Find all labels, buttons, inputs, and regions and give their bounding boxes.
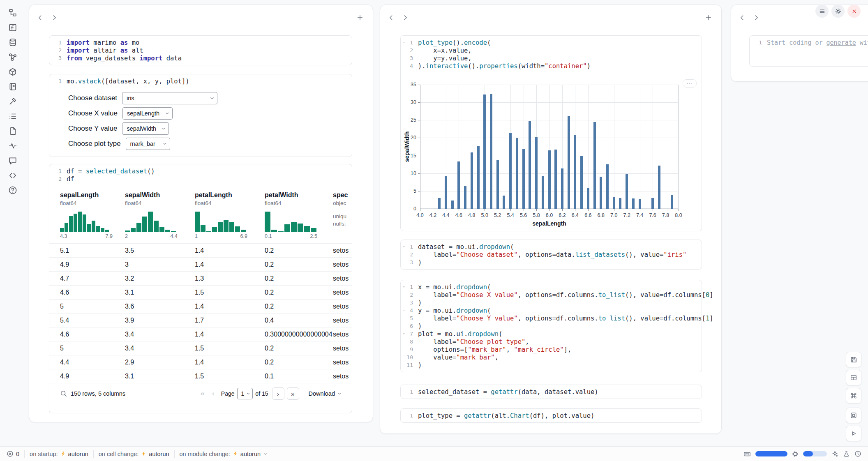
table-footer: 150 rows, 5 columns « ‹ Page 1 of 15 › »… (49, 383, 352, 404)
column-expand-right-icon[interactable] (51, 14, 58, 21)
column-collapse-left-icon[interactable] (37, 14, 44, 21)
dropdown-choose-y-value[interactable]: sepalWidth (122, 122, 169, 135)
table-cell: 1.5 (195, 345, 265, 352)
table-row[interactable]: 4.931.40.2setos (49, 257, 352, 271)
cpu-meter (755, 451, 787, 456)
command-palette-button[interactable] (846, 388, 861, 403)
fold-marker[interactable]: ▾ (403, 285, 405, 289)
gridline (666, 85, 666, 209)
lightning-bolt-icon (60, 451, 66, 456)
table-row[interactable]: 53.61.40.2setos (49, 299, 352, 313)
utilities-icon[interactable] (8, 97, 17, 106)
column-collapse-left-icon[interactable] (739, 14, 746, 21)
altair-bar-chart[interactable]: ⋯ sepalLength sepalWidth 4.04.24.44.64.8… (401, 79, 702, 228)
snippets-icon[interactable] (8, 171, 17, 180)
code-editor[interactable]: ▾1x = mo.ui.dropdown(2 label="Choose X v… (401, 280, 702, 372)
last-page-button[interactable]: » (287, 387, 299, 400)
fold-marker[interactable]: ▾ (403, 332, 405, 336)
column-header-petalWidth[interactable]: petalWidthfloat640.12.5 (265, 191, 333, 239)
add-cell-button[interactable] (356, 14, 364, 21)
column-range: 4.37.9 (60, 233, 113, 239)
prev-page-button[interactable]: ‹ (208, 390, 219, 398)
generate-with-ai-link[interactable]: generate (826, 39, 856, 46)
table-row[interactable]: 5.43.91.70.4setos (49, 313, 352, 327)
x-tick (472, 209, 472, 211)
column-header-spec[interactable]: specobjecuniqunulls: (333, 191, 352, 239)
functions-icon[interactable] (8, 23, 17, 32)
autorun-config-item[interactable]: on cell change:autorun (99, 451, 169, 457)
table-row[interactable]: 5.13.51.40.2setos (49, 243, 352, 257)
fold-marker[interactable]: ▾ (403, 244, 405, 249)
table-cell: 0.2 (265, 303, 333, 310)
column-collapse-left-icon[interactable] (388, 14, 395, 21)
package-icon[interactable] (8, 67, 17, 76)
histogram-bar (92, 221, 95, 232)
chat-icon[interactable] (8, 156, 17, 165)
outline-icon[interactable] (8, 112, 17, 121)
code-editor[interactable]: 1selected_dataset = getattr(data, datase… (401, 385, 702, 399)
column-expand-right-icon[interactable] (402, 14, 409, 21)
table-row[interactable]: 4.63.11.50.2setos (49, 285, 352, 299)
errors-indicator[interactable]: 0 (7, 450, 19, 457)
file-tree-icon[interactable] (8, 8, 17, 17)
activity-icon[interactable] (8, 141, 17, 150)
table-row[interactable]: 53.41.50.2setos (49, 341, 352, 355)
run-all-button[interactable] (846, 426, 861, 441)
fold-marker[interactable]: ▾ (403, 308, 405, 312)
settings-button[interactable] (831, 5, 845, 18)
autorun-config-item[interactable]: on module change:autorun (180, 451, 268, 457)
code-editor[interactable]: ▾1plot_type().encode(2 x=x.value,3 y=y.v… (401, 36, 702, 73)
document-icon[interactable] (8, 127, 17, 136)
code-editor[interactable]: ▾1dataset = mo.ui.dropdown(2 label="Choo… (401, 240, 702, 269)
help-icon[interactable] (8, 186, 17, 195)
panel-layout-button[interactable] (846, 370, 861, 385)
download-button[interactable]: Download (309, 390, 342, 397)
table-row[interactable]: 4.63.41.40.30000000000000004setos (49, 327, 352, 341)
page-select[interactable]: 1 (237, 388, 253, 399)
table-cell: 5.4 (60, 317, 125, 324)
table-cell: setos (333, 261, 352, 268)
table-row[interactable]: 4.73.21.30.2setos (49, 271, 352, 285)
histogram-bar (101, 228, 104, 232)
status-label: on startup: (30, 451, 58, 457)
column-expand-right-icon[interactable] (753, 14, 760, 21)
chart-bar (658, 166, 660, 209)
next-page-button[interactable]: › (272, 387, 284, 400)
fold-marker[interactable]: ▾ (403, 40, 405, 44)
keyboard-shortcuts-icon[interactable] (743, 450, 751, 458)
dropdown-choose-x-value[interactable]: sepalLength (122, 107, 173, 120)
dependency-graph-icon[interactable] (8, 53, 17, 62)
add-cell-button[interactable] (705, 14, 712, 21)
dropdown-choose-plot-type[interactable]: mark_bar (126, 138, 170, 150)
chevron-down-icon (165, 111, 170, 116)
column-header-sepalLength[interactable]: sepalLengthfloat644.37.9 (60, 191, 125, 239)
x-tick (666, 209, 666, 211)
database-icon[interactable] (8, 38, 17, 47)
sparkles-ai-icon[interactable] (831, 450, 838, 457)
notebook-icon[interactable] (8, 82, 17, 91)
chart-more-options-button[interactable]: ⋯ (683, 79, 697, 88)
code-editor[interactable]: 1import marimo as mo2import altair as al… (49, 36, 352, 65)
column-type: float64 (265, 200, 333, 206)
save-button[interactable] (846, 352, 861, 367)
column-header-sepalWidth[interactable]: sepalWidthfloat6424.4 (125, 191, 195, 239)
app-view-button[interactable] (846, 408, 861, 423)
first-page-button[interactable]: « (197, 390, 208, 398)
shutdown-button[interactable] (847, 5, 861, 18)
code-editor[interactable]: 1mo.vstack([dataset, x, y, plot]) (49, 74, 352, 88)
code-editor[interactable]: 1plot_type = getattr(alt.Chart(df), plot… (401, 409, 702, 422)
experiments-flask-icon[interactable] (843, 450, 850, 457)
download-label: Download (309, 390, 335, 397)
code-line: 2 x=x.value, (401, 46, 702, 54)
autorun-config-item[interactable]: on startup:autorun (30, 451, 88, 457)
column-header-petalLength[interactable]: petalLengthfloat6416.9 (195, 191, 265, 239)
table-row[interactable]: 4.42.91.40.2setos (49, 355, 352, 369)
menu-button[interactable] (815, 5, 829, 18)
code-editor[interactable]: 1df = selected_dataset()2df (49, 164, 352, 186)
search-icon[interactable] (60, 390, 67, 397)
dropdown-choose-dataset[interactable]: iris (122, 92, 217, 104)
lightning-bolt-icon (141, 451, 146, 456)
recent-history-icon[interactable] (854, 450, 861, 457)
table-row[interactable]: 4.93.11.50.1setos (49, 369, 352, 383)
code-editor[interactable]: 1 Start coding or generate with AI (750, 39, 868, 46)
